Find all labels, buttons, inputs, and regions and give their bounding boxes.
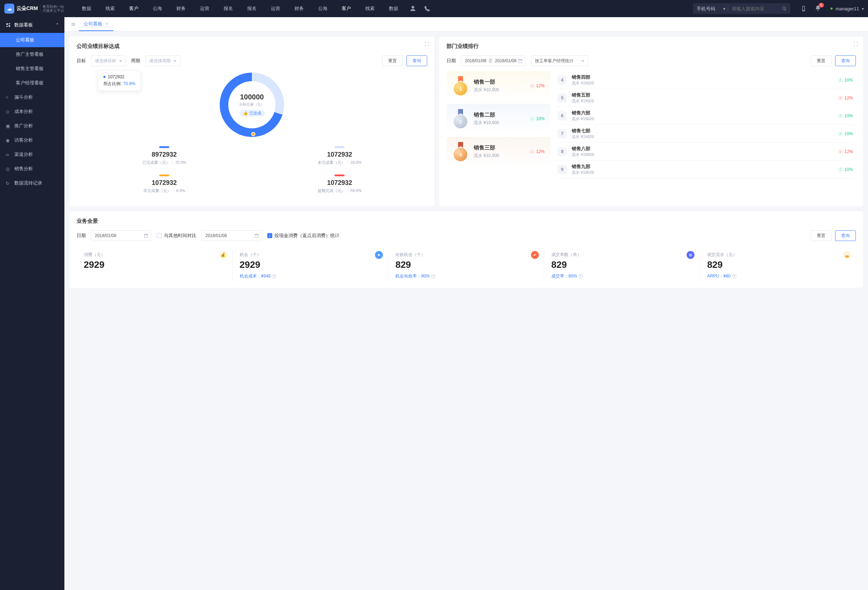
nav-link[interactable]: 财务	[170, 0, 192, 17]
stat-mode-checkbox[interactable]: ✓按现金消费（返点后消费）统计	[267, 232, 340, 239]
search-type-select[interactable]: 手机号码	[693, 3, 723, 14]
sidebar-group-dashboard[interactable]: 数据看板 ˄	[0, 17, 64, 33]
mobile-icon[interactable]	[800, 5, 807, 12]
query-button[interactable]: 查询	[835, 56, 856, 66]
nav-link[interactable]: 运营	[193, 0, 216, 17]
menu-icon: ▿	[6, 95, 11, 100]
reset-button[interactable]: 重置	[811, 230, 831, 241]
help-icon[interactable]: ?	[732, 274, 736, 278]
period-select[interactable]: 请选择周期	[145, 56, 180, 66]
label-date: 日期	[447, 57, 456, 64]
nav-link[interactable]: 客户	[123, 0, 145, 17]
sidebar-item[interactable]: ∞渠道分析	[0, 147, 64, 162]
help-icon[interactable]: ?	[272, 274, 276, 278]
arrow-up-icon: ↑	[838, 131, 843, 136]
dashboard-icon	[6, 22, 11, 28]
groupby-select[interactable]: 按工单客户经理统计	[531, 56, 588, 66]
sidebar-item[interactable]: ▣推广分析	[0, 119, 64, 133]
status-dot	[830, 7, 833, 10]
date-from-input[interactable]: 2018/01/08至2018/01/08	[461, 56, 526, 66]
card-title: 部门业绩排行	[447, 43, 856, 50]
notifications-button[interactable]: 5	[815, 5, 821, 13]
expand-icon[interactable]: ⛶	[425, 41, 430, 47]
sidebar-item[interactable]: ◎销售分析	[0, 162, 64, 176]
kpi-icon: 💰	[219, 251, 227, 259]
compare-checkbox[interactable]: 与其他时间对比	[157, 232, 196, 239]
nav-link[interactable]: 线索	[99, 0, 121, 17]
nav-link[interactable]: 客户	[335, 0, 357, 17]
expand-icon[interactable]: ⛶	[853, 41, 858, 47]
nav-link[interactable]: 报名	[241, 0, 263, 17]
chart-tooltip: 1072932 所占比例:70.9%	[98, 71, 140, 91]
sidebar-item[interactable]: ↻数据流转记录	[0, 176, 64, 190]
svg-rect-1	[803, 6, 805, 10]
user-menu[interactable]: manager11 ▾	[830, 6, 864, 12]
kpi-icon: ➤	[375, 251, 383, 259]
date-input-1[interactable]: 2018/01/08	[91, 230, 152, 241]
nav-link[interactable]: 数据	[75, 0, 98, 17]
top-extra-icons	[410, 5, 430, 12]
sidebar-item[interactable]: 销售主管看板	[0, 62, 64, 76]
arrow-up-icon: ↑	[838, 167, 843, 172]
reset-button[interactable]: 重置	[811, 56, 831, 66]
tab-company-board[interactable]: 公司看板 ✕	[79, 17, 114, 31]
search-input[interactable]	[728, 3, 778, 14]
brand-logo: ☁ 云朵CRM 教育机构一站 式服务云平台	[4, 4, 64, 13]
nav-link[interactable]: 公海	[146, 0, 168, 17]
help-icon[interactable]: ?	[431, 274, 435, 278]
tab-bar: 公司看板 ✕	[64, 17, 868, 31]
sidebar-item[interactable]: ▿漏斗分析	[0, 90, 64, 104]
phone-icon[interactable]	[424, 5, 430, 12]
nav-link[interactable]: 数据	[382, 0, 404, 17]
close-icon[interactable]: ✕	[105, 21, 108, 26]
date-input-2[interactable]: 2018/01/08	[201, 230, 262, 241]
search-button[interactable]	[778, 3, 790, 14]
query-button[interactable]: 查询	[406, 56, 427, 66]
arrow-down-icon: ↓	[530, 83, 534, 88]
query-button[interactable]: 查询	[835, 230, 856, 241]
donut-value: 100000	[240, 93, 264, 101]
reset-button[interactable]: 重置	[382, 56, 403, 66]
kpi-cell: ▃成交流水（元）829ARPU：¥80?	[700, 250, 856, 281]
goal-select[interactable]: 请选择目标	[91, 56, 126, 66]
nav-link[interactable]: 线索	[359, 0, 381, 17]
sidebar-item[interactable]: ◉访客分析	[0, 133, 64, 147]
user-icon[interactable]	[410, 5, 416, 12]
arrow-up-icon: ↑	[838, 78, 843, 82]
nav-link[interactable]: 公海	[311, 0, 334, 17]
label-goal: 目标	[77, 57, 86, 64]
arrow-down-icon: ↓	[838, 149, 843, 154]
chevron-up-icon: ˄	[56, 22, 59, 28]
label-period: 周期	[131, 57, 140, 64]
arrow-up-icon: ↑	[838, 113, 843, 118]
metric-cell: 8972932已完成量（元）|70.9%	[77, 146, 252, 165]
sidebar-item[interactable]: 公司看板	[0, 33, 64, 47]
tabs-menu-icon[interactable]	[68, 17, 79, 31]
nav-link[interactable]: 财务	[288, 0, 310, 17]
menu-icon: ↻	[6, 181, 11, 186]
rank-row: 8销售八部流水 ¥19020↓12%	[555, 143, 856, 160]
calendar-icon	[518, 58, 523, 63]
podium-item: 3销售三部流水 ¥10,900↓12%	[447, 137, 550, 166]
card-dept-rank: ⛶ 部门业绩排行 日期 2018/01/08至2018/01/08 按工单客户经…	[439, 37, 863, 206]
search-icon	[782, 6, 787, 11]
sidebar-item[interactable]: ⊙成本分析	[0, 104, 64, 119]
donut-label: 目标总量（元）	[239, 102, 264, 107]
label-date: 日期	[77, 232, 86, 239]
arrow-up-icon: ↑	[530, 116, 534, 121]
nav-link[interactable]: 报名	[217, 0, 239, 17]
nav-link[interactable]: 运营	[264, 0, 286, 17]
medal-icon: 1	[452, 76, 469, 96]
help-icon[interactable]: ?	[579, 274, 583, 278]
menu-icon: ◉	[6, 138, 11, 143]
top-nav: ☁ 云朵CRM 教育机构一站 式服务云平台 数据线索客户公海财务运营报名报名运营…	[0, 0, 868, 17]
sidebar-item[interactable]: 客户经理看板	[0, 76, 64, 90]
search-bar: 手机号码 ▾	[693, 3, 790, 14]
card-business-overview: 业务全景 日期 2018/01/08 与其他时间对比 2018/01/08 ✓按…	[69, 211, 863, 288]
arrow-down-icon: ↓	[530, 149, 534, 154]
sidebar-item[interactable]: 推广主管看板	[0, 47, 64, 62]
menu-icon: ∞	[6, 152, 11, 157]
rank-row: 7销售七部流水 ¥19020↑10%	[555, 125, 856, 143]
chevron-down-icon: ▾	[862, 7, 864, 11]
sidebar: 数据看板 ˄ 公司看板推广主管看板销售主管看板客户经理看板 ▿漏斗分析⊙成本分析…	[0, 17, 64, 590]
